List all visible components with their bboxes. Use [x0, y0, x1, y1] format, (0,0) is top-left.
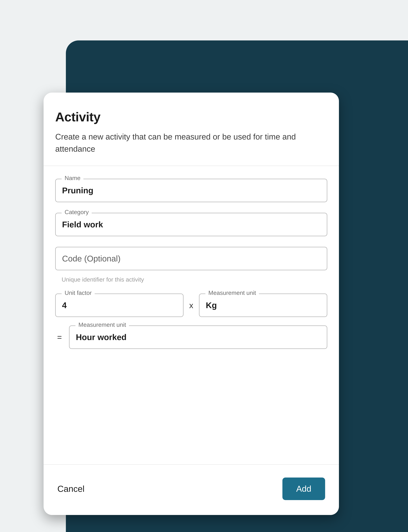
result-unit-value: Hour worked	[76, 332, 127, 342]
page-background: Activity Create a new activity that can …	[0, 0, 408, 532]
unit-factor-value: 4	[62, 301, 67, 310]
code-helper-text: Unique identifier for this activity	[55, 273, 327, 283]
measurement-unit-field[interactable]: Measurement unit Kg	[199, 293, 327, 317]
result-unit-label: Measurement unit	[76, 321, 129, 328]
name-value: Pruning	[62, 186, 94, 195]
multiply-symbol: x	[189, 301, 194, 310]
measurement-unit-value: Kg	[206, 301, 217, 310]
category-value: Field work	[62, 220, 103, 229]
activity-dialog: Activity Create a new activity that can …	[43, 93, 339, 515]
measurement-unit-label: Measurement unit	[205, 289, 259, 296]
category-label: Category	[62, 209, 92, 215]
name-field[interactable]: Name Pruning	[55, 179, 327, 202]
result-unit-field[interactable]: Measurement unit Hour worked	[69, 326, 327, 349]
equals-result-row: = Measurement unit Hour worked	[55, 326, 327, 349]
dialog-header: Activity Create a new activity that can …	[43, 93, 339, 166]
dialog-title: Activity	[55, 110, 327, 124]
name-label: Name	[62, 175, 83, 181]
dialog-body: Name Pruning Category Field work Code (O…	[43, 166, 339, 464]
code-placeholder: Code (Optional)	[62, 254, 121, 263]
dialog-footer: Cancel Add	[43, 464, 339, 515]
unit-factor-label: Unit factor	[62, 289, 95, 296]
dialog-subtitle: Create a new activity that can be measur…	[55, 131, 327, 155]
cancel-button[interactable]: Cancel	[57, 484, 85, 494]
code-field[interactable]: Code (Optional)	[55, 247, 327, 270]
unit-factor-field[interactable]: Unit factor 4	[55, 293, 184, 317]
add-button[interactable]: Add	[282, 478, 325, 500]
factor-times-unit-row: Unit factor 4 x Measurement unit Kg	[55, 293, 327, 317]
equals-symbol: =	[55, 333, 64, 342]
category-field[interactable]: Category Field work	[55, 213, 327, 236]
